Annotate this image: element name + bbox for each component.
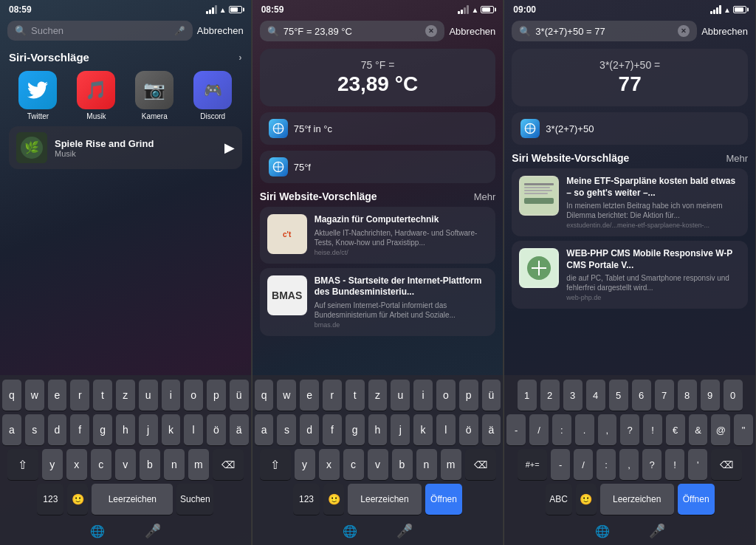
kb-shift[interactable]: ⇧ [7, 449, 38, 480]
kb2-l[interactable]: l [436, 414, 456, 445]
search-input-wrap-3[interactable]: 🔍 3*(2+7)+50 = 77 ✕ [512, 21, 697, 41]
kb3-special[interactable]: #+= [518, 449, 547, 480]
kb-emoji-1[interactable]: 🙂 [67, 484, 88, 515]
kb3-5[interactable]: 5 [609, 380, 628, 411]
kb-r[interactable]: r [70, 380, 89, 411]
kb-i[interactable]: i [162, 380, 181, 411]
kb2-x[interactable]: x [319, 449, 340, 480]
kb3-question[interactable]: ? [620, 414, 639, 445]
kb2-q[interactable]: q [255, 380, 274, 411]
globe-icon-2[interactable]: 🌐 [343, 524, 357, 538]
kb-y[interactable]: y [42, 449, 63, 480]
suggestion-3-1[interactable]: 3*(2+7)+50 [512, 112, 748, 145]
kb-ue[interactable]: ü [230, 380, 249, 411]
kb2-ae[interactable]: ä [482, 414, 501, 445]
cancel-button-2[interactable]: Abbrechen [449, 26, 495, 37]
web-result-3-1[interactable]: Meine ETF-Sparpläne kosten bald etwas – … [512, 168, 748, 236]
kb3-4[interactable]: 4 [586, 380, 605, 411]
kb-x[interactable]: x [66, 449, 87, 480]
kb3-euro[interactable]: € [666, 414, 685, 445]
globe-icon-3[interactable]: 🌐 [595, 524, 610, 538]
kb-space-1[interactable]: Leerzeichen [92, 484, 173, 515]
kb2-f[interactable]: f [323, 414, 342, 445]
kb3-slash[interactable]: / [529, 414, 549, 445]
kb3-slash2[interactable]: / [574, 449, 593, 480]
kb3-quote[interactable]: " [734, 414, 753, 445]
kb3-excl[interactable]: ! [643, 414, 662, 445]
mic-icon-kb-3[interactable]: 🎤 [649, 523, 665, 539]
play-button-1[interactable]: ▶ [224, 140, 235, 156]
suggestion-2-1[interactable]: 75°f in °c [260, 112, 496, 145]
kb-e[interactable]: e [48, 380, 67, 411]
kb2-shift[interactable]: ⇧ [260, 449, 291, 480]
kb3-space[interactable]: Leerzeichen [600, 484, 674, 515]
kb2-d[interactable]: d [300, 414, 319, 445]
kb-p[interactable]: p [207, 380, 226, 411]
search-bar-3[interactable]: 🔍 3*(2+7)+50 = 77 ✕ Abbrechen [504, 16, 755, 46]
kb3-comma[interactable]: , [598, 414, 617, 445]
kb-k[interactable]: k [162, 414, 181, 445]
kb3-q2[interactable]: ? [642, 449, 662, 480]
kb3-amp[interactable]: & [689, 414, 708, 445]
web-result-2-2[interactable]: BMAS BMAS - Startseite der Internet-Plat… [260, 268, 496, 336]
kb3-abc[interactable]: ABC [546, 484, 572, 515]
kb3-comma2[interactable]: , [619, 449, 639, 480]
suggestion-2-2[interactable]: 75°f [260, 151, 496, 183]
kb-l[interactable]: l [184, 414, 203, 445]
search-input-wrap-1[interactable]: 🔍 Suchen 🎤 [7, 21, 193, 41]
kb-a[interactable]: a [2, 414, 21, 445]
kb3-apos[interactable]: ' [688, 449, 707, 480]
kb3-minus[interactable]: - [506, 414, 526, 445]
app-kamera[interactable]: 📷 Kamera [135, 71, 173, 120]
kb2-oe[interactable]: ö [459, 414, 478, 445]
kb2-m[interactable]: m [441, 449, 461, 480]
cancel-button-1[interactable]: Abbrechen [197, 25, 244, 36]
kb3-open-btn[interactable]: Öffnen [678, 484, 715, 515]
kb-c[interactable]: c [91, 449, 111, 480]
kb2-w[interactable]: w [277, 380, 296, 411]
kb3-1[interactable]: 1 [518, 380, 537, 411]
kb-f[interactable]: f [70, 414, 89, 445]
kb3-emoji[interactable]: 🙂 [576, 484, 597, 515]
kb2-b[interactable]: b [392, 449, 413, 480]
kb-v[interactable]: v [115, 449, 136, 480]
kb-n[interactable]: n [164, 449, 185, 480]
music-row-1[interactable]: 🌿 Spiele Rise and Grind Musik ▶ [9, 126, 242, 169]
kb2-c[interactable]: c [343, 449, 364, 480]
kb-delete[interactable]: ⌫ [213, 449, 244, 480]
kb2-i[interactable]: i [413, 380, 433, 411]
mehr-button-2[interactable]: Mehr [474, 191, 496, 202]
kb3-excl2[interactable]: ! [665, 449, 684, 480]
kb3-0[interactable]: 0 [724, 380, 743, 411]
kb3-dot[interactable]: . [575, 414, 594, 445]
clear-button-2[interactable]: ✕ [425, 25, 437, 37]
kb2-p[interactable]: p [459, 380, 478, 411]
kb-z[interactable]: z [116, 380, 135, 411]
app-twitter[interactable]: Twitter [18, 71, 57, 120]
kb-b[interactable]: b [140, 449, 160, 480]
kb3-8[interactable]: 8 [678, 380, 697, 411]
cancel-button-3[interactable]: Abbrechen [701, 26, 748, 37]
kb-o[interactable]: o [184, 380, 203, 411]
kb2-y[interactable]: y [295, 449, 315, 480]
kb-s[interactable]: s [25, 414, 44, 445]
kb2-delete[interactable]: ⌫ [465, 449, 496, 480]
kb-d[interactable]: d [48, 414, 67, 445]
kb3-colon2[interactable]: : [597, 449, 616, 480]
kb3-3[interactable]: 3 [563, 380, 583, 411]
kb-m[interactable]: m [188, 449, 209, 480]
kb3-at[interactable]: @ [711, 414, 730, 445]
kb3-colon[interactable]: : [552, 414, 571, 445]
kb2-a[interactable]: a [255, 414, 274, 445]
kb2-t[interactable]: t [346, 380, 365, 411]
search-bar-2[interactable]: 🔍 75°F = 23,89 °C ✕ Abbrechen [252, 16, 504, 46]
kb2-space[interactable]: Leerzeichen [348, 484, 422, 515]
kb2-o[interactable]: o [436, 380, 456, 411]
kb2-n[interactable]: n [416, 449, 437, 480]
mic-icon-kb-1[interactable]: 🎤 [145, 523, 161, 539]
kb-g[interactable]: g [93, 414, 112, 445]
kb3-2[interactable]: 2 [540, 380, 560, 411]
kb3-7[interactable]: 7 [655, 380, 674, 411]
kb2-g[interactable]: g [346, 414, 365, 445]
kb-t[interactable]: t [93, 380, 112, 411]
